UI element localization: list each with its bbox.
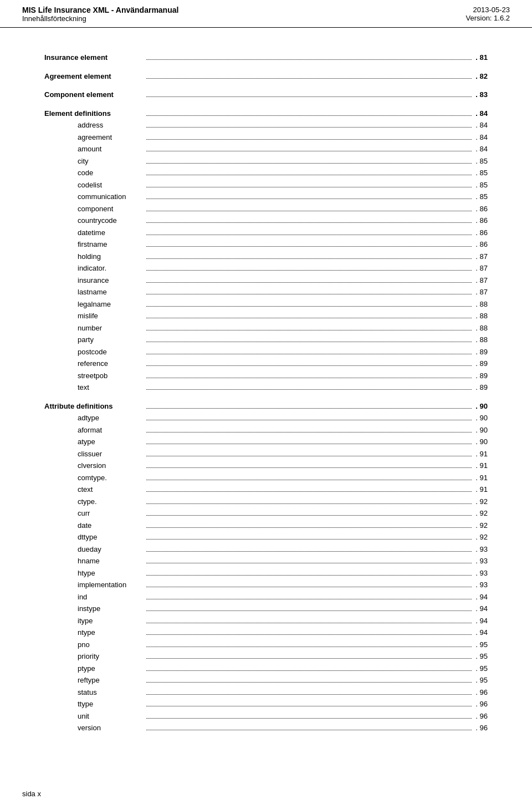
toc-dots <box>146 539 472 540</box>
toc-item-label: ttype <box>78 699 144 710</box>
toc-item-label: mislife <box>78 311 144 322</box>
toc-page-number: . 94 <box>474 603 488 614</box>
toc-item: unit. 96 <box>44 711 488 722</box>
toc-page-number: . 89 <box>474 370 488 381</box>
toc-dots <box>146 610 472 611</box>
toc-item: pno. 95 <box>44 639 488 650</box>
toc-dots <box>146 444 472 444</box>
toc-item: component. 86 <box>44 203 488 215</box>
header-date: 2013-05-23 <box>473 6 510 14</box>
toc-page-number: . 90 <box>474 425 488 436</box>
toc-item: number. 88 <box>44 323 488 334</box>
toc-item: Insurance element. 81 <box>44 52 488 63</box>
toc-item: dttype. 92 <box>44 532 488 543</box>
toc-item-label: codelist <box>78 180 144 191</box>
toc-page-number: . 91 <box>474 460 488 471</box>
toc-item-label: dttype <box>78 532 144 543</box>
toc-item-label: date <box>78 520 144 531</box>
toc-page-number: . 86 <box>474 215 488 226</box>
toc-item: lastname. 87 <box>44 287 488 298</box>
toc-page-number: . 88 <box>474 323 488 334</box>
toc-dots <box>146 235 472 235</box>
toc-item-label: Agreement element <box>44 71 144 82</box>
toc-dots <box>146 408 472 409</box>
page-header: MIS Life Insurance XML - Användarmanual … <box>0 0 532 28</box>
toc-dots <box>146 354 472 354</box>
toc-item-label: adtype <box>78 413 144 424</box>
toc-item: holding. 87 <box>44 251 488 262</box>
toc-page-number: . 94 <box>474 592 488 603</box>
toc-dots <box>146 211 472 211</box>
toc-dots <box>146 551 472 552</box>
toc-item-label: code <box>78 167 144 179</box>
toc-item: postcode. 89 <box>44 347 488 358</box>
toc-item-label: ptype <box>78 663 144 674</box>
toc-item-label: Attribute definitions <box>44 401 144 412</box>
toc-item-label: unit <box>78 711 144 722</box>
toc-page-number: . 90 <box>474 413 488 424</box>
toc-dots <box>146 175 472 175</box>
toc-content: Insurance element. 81Agreement element. … <box>0 28 532 757</box>
toc-dots <box>146 658 472 659</box>
header-left: MIS Life Insurance XML - Användarmanual … <box>22 6 178 23</box>
toc-page-number: . 87 <box>474 287 488 298</box>
toc-page-number: . 84 <box>474 132 488 143</box>
header-right: 2013-05-23 Version: 1.6.2 <box>466 6 510 22</box>
toc-item-label: hname <box>78 556 144 567</box>
toc-dots <box>146 563 472 563</box>
toc-item-label: legalname <box>78 299 144 310</box>
footer-text: sida x <box>22 790 41 798</box>
toc-item: ntype. 94 <box>44 627 488 638</box>
toc-item-label: agreement <box>78 132 144 143</box>
toc-item: htype. 93 <box>44 568 488 579</box>
toc-dots <box>146 718 472 719</box>
toc-item: ind. 94 <box>44 592 488 603</box>
toc-item-label: address <box>78 120 144 131</box>
toc-page-number: . 85 <box>474 167 488 179</box>
toc-page-number: . 92 <box>474 520 488 531</box>
toc-page-number: . 93 <box>474 556 488 567</box>
toc-page-number: . 91 <box>474 484 488 495</box>
toc-dots <box>146 527 472 528</box>
toc-item-label: priority <box>78 651 144 662</box>
toc-page-number: . 86 <box>474 239 488 250</box>
toc-dots <box>146 491 472 492</box>
toc-item-label: amount <box>78 144 144 155</box>
toc-page-number: . 95 <box>474 651 488 662</box>
toc-item-label: clissuer <box>78 449 144 460</box>
toc-item-label: ctext <box>78 484 144 495</box>
toc-page-number: . 94 <box>474 615 488 627</box>
toc-item-label: Component element <box>44 89 144 100</box>
toc-item-label: component <box>78 203 144 215</box>
toc-item-label: pno <box>78 639 144 650</box>
toc-item: code. 85 <box>44 167 488 179</box>
toc-page-number: . 87 <box>474 263 488 274</box>
toc-page-number: . 89 <box>474 382 488 393</box>
toc-item: text. 89 <box>44 382 488 393</box>
toc-item: dueday. 93 <box>44 544 488 555</box>
toc-item-label: Insurance element <box>44 52 144 63</box>
toc-item-label: implementation <box>78 579 144 591</box>
toc-dots <box>146 222 472 223</box>
toc-item: curr. 92 <box>44 508 488 519</box>
toc-item: insurance. 87 <box>44 275 488 286</box>
toc-dots <box>146 599 472 599</box>
toc-item-label: itype <box>78 615 144 627</box>
toc-dots <box>146 59 472 60</box>
toc-page-number: . 92 <box>474 508 488 519</box>
toc-page-number: . 91 <box>474 472 488 484</box>
toc-item-label: version <box>78 722 144 734</box>
toc-dots <box>146 139 472 140</box>
toc-dots <box>146 682 472 683</box>
toc-dots <box>146 694 472 695</box>
toc-item-label: ntype <box>78 627 144 638</box>
toc-item-label: streetpob <box>78 370 144 381</box>
toc-dots <box>146 318 472 318</box>
toc-item: itype. 94 <box>44 615 488 627</box>
toc-dots <box>146 389 472 390</box>
toc-item: ctext. 91 <box>44 484 488 495</box>
toc-page-number: . 96 <box>474 722 488 734</box>
toc-item: priority. 95 <box>44 651 488 662</box>
toc-item-label: dueday <box>78 544 144 555</box>
toc-item-label: curr <box>78 508 144 519</box>
